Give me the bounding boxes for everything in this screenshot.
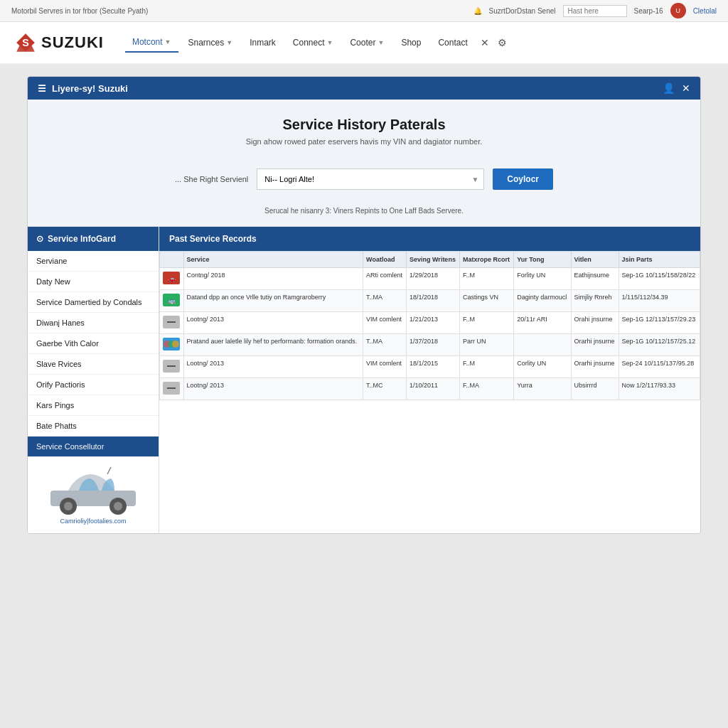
record-yur [514, 334, 571, 356]
record-yur: Yurra [514, 378, 571, 400]
table-row: 🚗Contng/ 2018ARti comlent1/29/2018F..MFo… [160, 268, 700, 290]
record-parts: Sep-1G 10/112/157/25.12 [619, 334, 700, 356]
record-serving: 1/10/2011 [407, 378, 460, 400]
service-form-row: ... She Right Servienl Ni-- Logri Alte! … [28, 157, 700, 201]
form-label: ... She Right Servienl [175, 175, 248, 183]
record-service: Contng/ 2018 [183, 268, 363, 290]
chevron-down-icon: ▼ [226, 39, 232, 46]
col-yur: Yur Tong [514, 252, 571, 268]
settings-icon[interactable]: ⚙ [495, 34, 510, 51]
record-serving: 1/37/2018 [407, 334, 460, 356]
record-icon-cell [160, 356, 184, 378]
sidebar: ⊙ Service InfoGard Serviane Daty New Ser… [28, 227, 159, 533]
record-serving: 1/21/2013 [407, 312, 460, 334]
record-workload: T..MA [363, 334, 407, 356]
record-matx: F..MA [460, 378, 514, 400]
record-matx: Castings VN [460, 290, 514, 312]
top-search-input[interactable] [563, 5, 627, 17]
record-service: Lootng/ 2013 [183, 378, 363, 400]
record-matx: F..M [460, 312, 514, 334]
col-icon [160, 252, 184, 268]
close-icon[interactable]: ✕ [682, 82, 690, 94]
record-workload: VIM comlent [363, 312, 407, 334]
logo-area: S SUZUKI [14, 31, 104, 54]
table-row: Lootng/ 2013T..MC1/10/2011F..MAYurraUbsi… [160, 378, 700, 400]
record-icon-cell [160, 334, 184, 356]
service-note: Serucal he nisanry 3: Viners Repints to … [28, 201, 700, 227]
chevron-down-icon: ▼ [165, 38, 171, 46]
record-service: Datand dpp an once Vrlle tutiy on Ramgra… [183, 290, 363, 312]
top-bar-right: 🔔 SuzrtDorDstan Senel Searp-16 U Cletola… [473, 3, 717, 18]
record-workload: VIM comlent [363, 356, 407, 378]
record-service: Lootng/ 2013 [183, 312, 363, 334]
chevron-down-icon: ▼ [378, 39, 384, 46]
close-icon[interactable]: ✕ [478, 34, 492, 51]
record-vitlen: Ubsirrrd [571, 378, 619, 400]
col-service: Service [183, 252, 363, 268]
top-bar-left: Motorbil Servres in tor frbor (Seculte P… [11, 7, 148, 15]
records-table: Service Woatload Seving Writens Matxrope… [159, 251, 700, 400]
login-button[interactable]: Cletolal [693, 7, 717, 15]
record-yur: Corlity UN [514, 356, 571, 378]
sidebar-header: ⊙ Service InfoGard [28, 227, 159, 251]
car-link[interactable]: Camrioliy|footalies.com [36, 518, 150, 525]
record-icon-cell: 🚌 [160, 290, 184, 312]
main-nav: S SUZUKI Motcont ▼ Snarnces ▼ Inmark Con… [0, 22, 728, 65]
sidebar-item-service-consellutor[interactable]: Service Consellutor [28, 437, 159, 457]
nav-item-cooter[interactable]: Cooter ▼ [343, 33, 391, 52]
user-icon[interactable]: 👤 [663, 82, 675, 94]
table-section: Past Service Records Service Woatload Se… [159, 227, 700, 533]
record-yur: Forlity UN [514, 268, 571, 290]
card-header: ☰ Liyere-sy! Suzuki 👤 ✕ [28, 77, 700, 100]
record-matx: F..M [460, 268, 514, 290]
hamburger-icon[interactable]: ☰ [38, 83, 46, 94]
svg-point-5 [64, 502, 73, 510]
sidebar-item-kars-pings[interactable]: Kars Pings [28, 395, 159, 416]
table-header: Past Service Records [159, 227, 700, 251]
table-header-row: Service Woatload Seving Writens Matxrope… [160, 252, 700, 268]
sidebar-item-serviane[interactable]: Serviane [28, 251, 159, 272]
search-button[interactable]: Coylocr [493, 168, 553, 190]
service-title-section: Service History Paterals Sign ahow rowed… [28, 100, 700, 157]
suzuki-logo[interactable]: S SUZUKI [14, 31, 104, 54]
sidebar-item-diwanj-hanes[interactable]: Diwanj Hanes [28, 313, 159, 333]
page-title: Service History Paterals [42, 117, 686, 133]
nav-item-snarnces[interactable]: Snarnces ▼ [181, 33, 240, 52]
record-vitlen: Eathijnsume [571, 268, 619, 290]
sidebar-item-slave-rvices[interactable]: Slave Rvices [28, 354, 159, 375]
record-yur: Daginty darmoucl [514, 290, 571, 312]
sidebar-item-gaerbe-vith[interactable]: Gaerbe Vith Calor [28, 333, 159, 354]
record-icon-cell: 🚗 [160, 268, 184, 290]
svg-point-18 [172, 341, 179, 348]
nav-item-contact[interactable]: Contact [431, 33, 474, 52]
svg-text:S: S [22, 37, 29, 48]
sidebar-item-daty-new[interactable]: Daty New [28, 272, 159, 292]
nav-item-motcont[interactable]: Motcont ▼ [125, 33, 178, 53]
sidebar-item-bate-phatts[interactable]: Bate Phatts [28, 416, 159, 437]
sidebar-item-orify[interactable]: Orify Pactioris [28, 375, 159, 395]
service-history-card: ☰ Liyere-sy! Suzuki 👤 ✕ Service History … [27, 76, 701, 534]
chevron-down-icon: ▼ [327, 39, 333, 46]
sidebar-header-title: Service InfoGard [48, 234, 116, 244]
suzuki-s-icon: S [14, 31, 37, 54]
record-vitlen: Simjliy Rnreh [571, 290, 619, 312]
record-workload: ARti comlent [363, 268, 407, 290]
top-bar: Motorbil Servres in tor frbor (Seculte P… [0, 0, 728, 22]
record-serving: 18/1/2018 [407, 290, 460, 312]
col-matx: Matxrope Rcort [460, 252, 514, 268]
table-row: Lootng/ 2013VIM comlent18/1/2015F..MCorl… [160, 356, 700, 378]
nav-item-shop[interactable]: Shop [394, 33, 428, 52]
sidebar-item-service-damertied[interactable]: Service Damertied by Condals [28, 292, 159, 313]
record-yur: 20/11r ARI [514, 312, 571, 334]
nav-item-inmark[interactable]: Inmark [242, 33, 283, 52]
avatar[interactable]: U [670, 3, 686, 18]
notification-icon[interactable]: 🔔 [473, 7, 482, 15]
record-parts: 1/115/112/34.39 [619, 290, 700, 312]
record-parts: Sep-1G 12/113/157/29.23 [619, 312, 700, 334]
search-label: Searp-16 [634, 7, 663, 15]
svg-text:🚗: 🚗 [168, 274, 176, 283]
col-vitlen: Vitlen [571, 252, 619, 268]
nav-item-connect[interactable]: Connect ▼ [286, 33, 341, 52]
service-select[interactable]: Ni-- Logri Alte! [257, 168, 484, 190]
svg-line-8 [107, 467, 111, 474]
